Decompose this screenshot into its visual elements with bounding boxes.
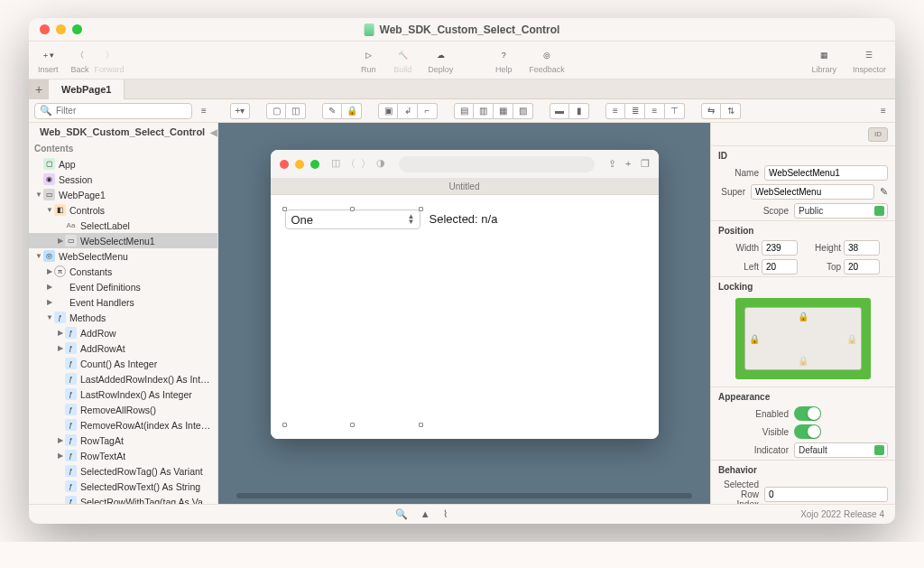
tree-item-count[interactable]: ƒCount() As Integer	[29, 356, 217, 371]
align-right[interactable]: ≡	[645, 103, 665, 119]
align-center-h[interactable]: ≣	[625, 103, 645, 119]
library-button[interactable]: ▦Library	[811, 46, 836, 74]
tree-item-constants[interactable]: ▶πConstants	[29, 264, 217, 279]
rss-icon[interactable]: ⌇	[443, 508, 448, 520]
layout-canvas[interactable]: ◫ 〈 〉 ◑ ⇪ + ❐ Untitled	[218, 123, 710, 504]
lock-tool-icon[interactable]: 🔒	[342, 103, 362, 119]
tree-item-selectlabel[interactable]: AaSelectLabel	[29, 218, 217, 233]
tree-item-eventhandlers[interactable]: ▶Event Handlers	[29, 294, 217, 310]
lock-right-icon[interactable]: 🔒	[846, 334, 857, 344]
tree-item-rowtagat[interactable]: ▶ƒRowTagAt	[29, 433, 217, 448]
super-field[interactable]	[751, 184, 874, 200]
back-icon: 〈	[346, 157, 356, 171]
left-field[interactable]	[762, 259, 798, 275]
close-icon[interactable]	[40, 24, 50, 34]
tree-item-methods[interactable]: ▼ƒMethods	[29, 310, 217, 325]
fill-tool-2[interactable]: ▮	[569, 103, 589, 119]
tree-item-webselectmenu[interactable]: ▼◎WebSelectMenu	[29, 248, 217, 264]
preview-close-icon	[280, 160, 289, 169]
inspector-sidebar-toggle[interactable]: ≡	[877, 103, 890, 119]
canvas-scrollbar[interactable]	[236, 493, 692, 498]
insert-button[interactable]: ＋▾Insert	[38, 46, 59, 74]
indicator-dropdown[interactable]: Default	[794, 442, 888, 458]
scope-dropdown[interactable]: Public	[794, 203, 888, 219]
tree-item-lastrow[interactable]: ƒLastRowIndex() As Integer	[29, 386, 217, 402]
group-tool-3[interactable]: ⌐	[418, 103, 438, 119]
tree-item-selrowtext[interactable]: ƒSelectedRowText() As String	[29, 479, 217, 494]
new-tab-button[interactable]: +	[29, 79, 49, 99]
web-select-menu[interactable]: One ▲▼	[285, 210, 420, 229]
warnings-icon[interactable]: ▲	[420, 508, 430, 520]
tree-item-app[interactable]: ▢App	[29, 156, 217, 172]
width-field[interactable]	[762, 240, 798, 256]
locking-diagram[interactable]: 🔒 🔒 🔒 🔒	[735, 298, 871, 379]
order-front[interactable]: ▤	[454, 103, 474, 119]
project-header[interactable]: Web_SDK_Custom_Select_Control ◀▶	[29, 123, 217, 141]
tab-webpage1[interactable]: WebPage1	[49, 79, 125, 99]
help-button[interactable]: ?Help	[494, 46, 513, 74]
search-icon: 🔍	[40, 105, 52, 116]
selected-control[interactable]: One ▲▼	[285, 210, 420, 424]
group-tool-2[interactable]: ↲	[398, 103, 418, 119]
inspector-button[interactable]: ☰Inspector	[853, 46, 886, 74]
deploy-button[interactable]: ☁Deploy	[428, 46, 453, 74]
tree-item-webselectmenu1[interactable]: ▶▭WebSelectMenu1	[29, 233, 217, 248]
layout-mode-1[interactable]: ▢	[266, 103, 286, 119]
order-backward[interactable]: ▦	[494, 103, 513, 119]
share-icon: ⇪	[608, 158, 616, 170]
tree-item-removeall[interactable]: ƒRemoveAllRows()	[29, 402, 217, 417]
tree-item-eventdefs[interactable]: ▶Event Definitions	[29, 279, 217, 294]
distribute-v[interactable]: ⇅	[721, 103, 741, 119]
preview-titlebar: ◫ 〈 〉 ◑ ⇪ + ❐	[271, 150, 659, 179]
tree-item-webpage1[interactable]: ▼▭WebPage1	[29, 187, 217, 202]
preview-body[interactable]: One ▲▼ Selected: n/a	[271, 195, 659, 439]
selected-label[interactable]: Selected: n/a	[430, 210, 498, 424]
align-top[interactable]: ⊤	[665, 103, 685, 119]
distribute-h[interactable]: ⇆	[701, 103, 721, 119]
tree-item-addrowat[interactable]: ▶ƒAddRowAt	[29, 340, 217, 356]
shield-icon: ◑	[376, 157, 385, 171]
top-field[interactable]	[844, 259, 880, 275]
sidebar-toggle-icon[interactable]: ≡	[198, 103, 210, 119]
search-status-icon[interactable]: 🔍	[395, 508, 408, 520]
id-badge-icon[interactable]: ID	[868, 127, 888, 142]
order-back[interactable]: ▧	[513, 103, 533, 119]
visible-toggle[interactable]	[794, 424, 821, 439]
tree-item-selrowtag[interactable]: ƒSelectedRowTag() As Variant	[29, 463, 217, 479]
name-field[interactable]	[764, 165, 888, 181]
align-left[interactable]: ≡	[605, 103, 625, 119]
lock-bottom-icon[interactable]: 🔒	[798, 356, 808, 366]
height-field[interactable]	[844, 240, 880, 256]
tree-item-lastadded[interactable]: ƒLastAddedRowIndex() As Integer	[29, 371, 217, 386]
inspector-appearance-section: Appearance Enabled Visible IndicatorDefa…	[711, 387, 895, 461]
tree-item-controls[interactable]: ▼◧Controls	[29, 202, 217, 218]
minimize-icon[interactable]	[56, 24, 66, 34]
forward-button: 〉Forward	[95, 46, 125, 74]
tree-item-selwithtag[interactable]: ƒSelectRowWithTag(tag As Variant)	[29, 494, 217, 504]
main-toolbar: ＋▾Insert 〈Back 〉Forward ▷Run 🔨Build ☁Dep…	[29, 42, 895, 79]
run-button[interactable]: ▷Run	[359, 46, 377, 74]
group-tool-1[interactable]: ▣	[378, 103, 398, 119]
preview-url-field	[399, 156, 596, 172]
tree-item-removerowat[interactable]: ƒRemoveRowAt(index As Integer)	[29, 417, 217, 433]
feedback-button[interactable]: ◎Feedback	[529, 46, 565, 74]
order-forward[interactable]: ▥	[474, 103, 494, 119]
edit-super-icon[interactable]: ✎	[880, 186, 888, 198]
enabled-toggle[interactable]	[794, 406, 821, 421]
layout-mode-2[interactable]: ◫	[286, 103, 306, 119]
lock-top-icon[interactable]: 🔒	[798, 312, 808, 321]
body-split: Web_SDK_Custom_Select_Control ◀▶ Content…	[29, 123, 895, 504]
tree-item-session[interactable]: ◉Session	[29, 172, 217, 187]
tree-item-rowtextat[interactable]: ▶ƒRowTextAt	[29, 448, 217, 463]
edit-tool-icon[interactable]: ✎	[322, 103, 342, 119]
back-button[interactable]: 〈Back	[71, 46, 89, 74]
fill-tool-1[interactable]: ▬	[550, 103, 569, 119]
filter-input[interactable]: 🔍	[34, 103, 192, 119]
nav-back-icon[interactable]: ◀	[210, 127, 217, 137]
tree-item-addrow[interactable]: ▶ƒAddRow	[29, 325, 217, 340]
lock-left-icon[interactable]: 🔒	[749, 334, 760, 344]
add-item-button[interactable]: +▾	[230, 103, 250, 119]
selected-row-index-field[interactable]	[764, 487, 888, 502]
preview-window: ◫ 〈 〉 ◑ ⇪ + ❐ Untitled	[271, 150, 659, 439]
zoom-icon[interactable]	[72, 24, 82, 34]
